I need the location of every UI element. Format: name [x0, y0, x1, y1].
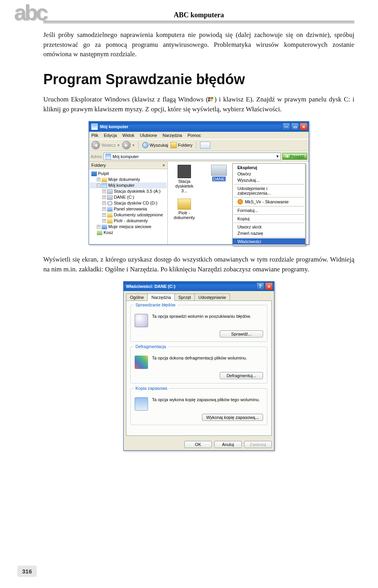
tree-desktop[interactable]: Pulpit	[90, 171, 167, 177]
ctx-sharing[interactable]: Udostępnianie i zabezpieczenia...	[233, 185, 305, 196]
file-pane: Stacja dyskietek 3... Piotr - dokumenty …	[168, 162, 309, 244]
help-button[interactable]: ?	[256, 282, 264, 290]
dialog-close-button[interactable]: ✕	[265, 282, 273, 290]
ctx-format[interactable]: Formatuj...	[233, 207, 305, 214]
tab-hardware[interactable]: Sprzęt	[174, 293, 195, 301]
group-error-check: Sprawdzanie błędów Ta opcja sprawdzi wol…	[130, 305, 267, 342]
menu-tools[interactable]: Narzędzia	[163, 133, 182, 138]
tree-recycle-bin[interactable]: Kosz	[90, 230, 167, 236]
backup-button[interactable]: Wykonaj kopię zapasową...	[202, 414, 263, 421]
para2-pre: Uruchom Eksplorator Windows (klawisz z f…	[43, 96, 208, 103]
tree-dane-c[interactable]: +DANE (C:)	[90, 194, 167, 200]
expand-icon[interactable]: +	[102, 213, 106, 217]
checkdisk-icon	[135, 314, 148, 327]
tree-control-panel[interactable]: +Panel sterowania	[90, 206, 167, 212]
search-button[interactable]: Wyszukaj	[142, 142, 168, 148]
tree-shared-docs[interactable]: +Dokumenty udostępnione	[90, 212, 167, 218]
paragraph-1: Jeśli próby samodzielnego naprawienia ko…	[43, 30, 354, 59]
mks-icon	[237, 199, 243, 205]
paragraph-3: Wyświetli się ekran, z którego uzyskasz …	[43, 255, 354, 274]
svg-rect-0	[208, 97, 211, 99]
file-floppy-label: Stacja dyskietek 3...	[172, 179, 197, 193]
backup-text: Ta opcja wykona kopię zapasową plików te…	[152, 397, 260, 402]
address-field[interactable]: Mój komputer ▾	[104, 153, 281, 160]
desktop-icon	[91, 171, 97, 176]
menu-edit[interactable]: Edycja	[104, 133, 117, 138]
expand-icon[interactable]: +	[102, 219, 106, 223]
svg-rect-1	[211, 97, 213, 99]
forward-button[interactable]: ► ▾	[122, 141, 135, 149]
search-label: Wyszukaj	[150, 143, 168, 147]
tab-tools[interactable]: Narzędzia	[147, 293, 175, 301]
file-dane[interactable]: DANE	[206, 165, 232, 181]
ctx-rename[interactable]: Zmień nazwę	[233, 230, 305, 236]
expand-icon[interactable]: +	[102, 190, 106, 193]
computer-icon	[106, 154, 111, 159]
file-piotr[interactable]: Piotr - dokumenty	[172, 199, 197, 220]
legend-error-check: Sprawdzanie błędów	[134, 302, 177, 307]
back-label: Wstecz	[102, 143, 116, 147]
tab-general[interactable]: Ogólne	[126, 293, 148, 301]
go-button[interactable]: ➔ Przejdź	[282, 153, 307, 160]
explorer-menubar: Plik Edycja Widok Ulubione Narzędzia Pom…	[89, 132, 309, 139]
menu-file[interactable]: Plik	[91, 133, 98, 138]
ctx-search[interactable]: Wyszukaj...	[233, 177, 305, 183]
ctx-open[interactable]: Otwórz	[233, 171, 305, 177]
defrag-text: Ta opcja dokona defragmentacji plików wo…	[152, 356, 247, 360]
file-floppy[interactable]: Stacja dyskietek 3...	[172, 165, 197, 193]
menu-help[interactable]: Pomoc	[187, 133, 201, 138]
backup-icon	[135, 397, 148, 411]
tree-network-places[interactable]: +Moje miejsca sieciowe	[90, 224, 167, 230]
collapse-icon[interactable]: −	[97, 184, 100, 187]
address-value: Mój komputer	[113, 154, 139, 159]
tree-floppy[interactable]: +Stacja dyskietek 3,5 (A:)	[90, 188, 167, 194]
apply-button[interactable]: Zastosuj	[244, 441, 272, 448]
expand-icon[interactable]: +	[97, 178, 100, 181]
views-button[interactable]	[200, 142, 210, 149]
defrag-button[interactable]: Defragmentuj...	[220, 372, 263, 379]
recycle-bin-icon	[97, 230, 102, 235]
go-label: Przejdź	[290, 154, 304, 159]
tree-mycomputer[interactable]: −Mój komputer	[90, 182, 167, 188]
ctx-properties[interactable]: Właściwości	[233, 238, 305, 245]
maximize-button[interactable]: ▭	[291, 123, 299, 131]
ctx-shortcut[interactable]: Utwórz skrót	[233, 224, 305, 230]
floppy-drive-icon	[178, 165, 191, 178]
ctx-copy[interactable]: Kopiuj	[233, 216, 305, 222]
section-heading: Program Sprawdzanie błędów	[43, 71, 354, 88]
network-icon	[102, 225, 107, 229]
my-computer-icon	[91, 123, 98, 130]
folders-pane-close-icon[interactable]: ×	[163, 163, 165, 168]
ctx-mks-scan[interactable]: MkS_Vir - Skanowanie	[233, 198, 305, 205]
folders-icon	[170, 142, 177, 148]
ctx-explore[interactable]: Eksploruj	[233, 164, 305, 171]
back-button[interactable]: ◄ Wstecz ▾	[91, 141, 120, 149]
dialog-title: Właściwości: DANE (C:)	[126, 284, 175, 289]
folders-button[interactable]: Foldery	[170, 142, 193, 148]
book-title: ABC komputera	[43, 11, 354, 19]
address-dropdown-icon[interactable]: ▾	[276, 154, 279, 159]
expand-icon[interactable]: +	[102, 207, 106, 211]
tree-piotr-docs[interactable]: +Piotr - dokumenty	[90, 218, 167, 224]
cancel-button[interactable]: Anuluj	[214, 441, 242, 448]
check-button[interactable]: Sprawdź...	[220, 330, 263, 337]
floppy-icon	[107, 189, 113, 194]
expand-icon[interactable]: +	[102, 201, 106, 205]
defrag-icon	[135, 356, 148, 369]
hard-drive-icon	[211, 165, 227, 176]
expand-icon[interactable]: +	[102, 195, 106, 199]
svg-rect-3	[210, 100, 213, 101]
close-button[interactable]: ✕	[300, 123, 308, 131]
windows-key-icon	[208, 97, 214, 102]
minimize-button[interactable]: —	[282, 123, 290, 131]
folder-icon	[107, 219, 113, 223]
menu-favorites[interactable]: Ulubione	[140, 133, 157, 138]
search-icon	[142, 142, 148, 148]
forward-arrow-icon: ►	[122, 141, 131, 149]
expand-icon[interactable]: +	[97, 225, 100, 229]
tab-sharing[interactable]: Udostępnianie	[195, 293, 230, 301]
ok-button[interactable]: OK	[184, 441, 212, 448]
tree-cd[interactable]: +Stacja dysków CD (D:)	[90, 200, 167, 206]
tree-mydocs[interactable]: +Moje dokumenty	[90, 177, 167, 182]
menu-view[interactable]: Widok	[122, 133, 135, 138]
